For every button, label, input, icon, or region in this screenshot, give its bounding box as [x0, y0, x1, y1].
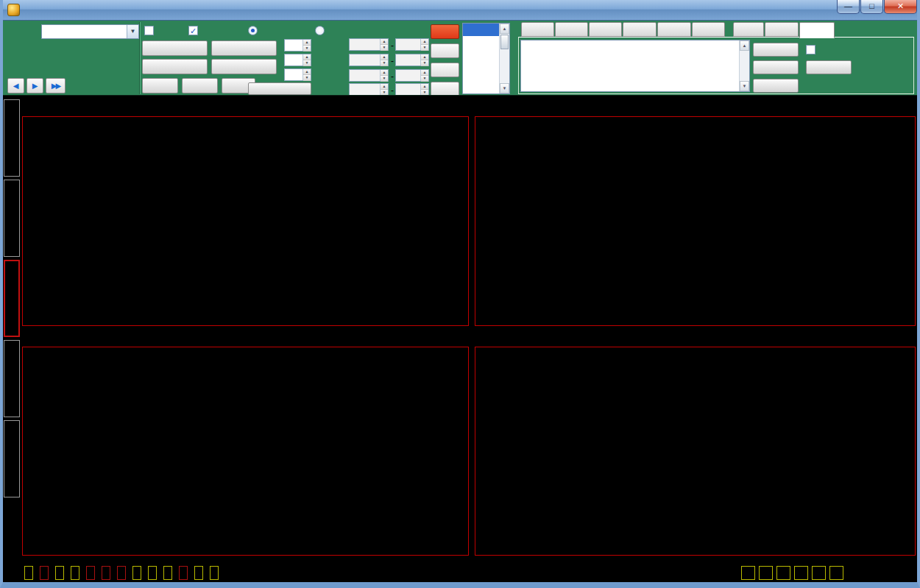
range4-to-stepper[interactable]: ▲▼ [395, 83, 429, 96]
group-select-checkbox[interactable] [806, 45, 815, 54]
parameter-settings-button[interactable] [210, 566, 219, 580]
more-tools-button[interactable] [211, 59, 277, 74]
star3-button[interactable] [431, 43, 459, 58]
auto-number-button[interactable] [142, 59, 208, 74]
tab-dantuo[interactable] [589, 22, 622, 37]
range1-from-stepper[interactable]: ▲▼ [349, 38, 389, 51]
page-4-button[interactable] [794, 566, 808, 580]
number-output-area[interactable]: ▲ ▼ [520, 40, 750, 92]
range1-to-stepper[interactable]: ▲▼ [395, 38, 429, 51]
sidebar-item-omission-map[interactable] [4, 340, 20, 417]
adx-button[interactable] [148, 566, 157, 580]
minimize-button[interactable]: — [837, 0, 860, 14]
spin-down-icon[interactable]: ▼ [303, 46, 311, 52]
next-page-button[interactable]: ▶ [26, 78, 43, 93]
prev-page-button[interactable]: ◀ [7, 78, 24, 93]
ma-button[interactable] [40, 566, 49, 580]
multi-period-radio[interactable] [248, 26, 258, 35]
scroll-down-icon[interactable]: ▼ [740, 81, 749, 91]
last-page-button[interactable]: ▶▶ [46, 78, 66, 93]
list-item-qian2[interactable] [463, 24, 499, 36]
kline-chart-4[interactable] [475, 347, 916, 556]
multi-omit-radio[interactable] [315, 26, 325, 35]
spin-up-icon[interactable]: ▲ [303, 40, 311, 46]
restore-default-button[interactable] [24, 566, 33, 580]
star5-button[interactable] [431, 82, 459, 96]
maximize-button[interactable]: □ [860, 0, 883, 14]
scroll-up-icon[interactable]: ▲ [500, 24, 509, 34]
star2-button[interactable] [431, 24, 459, 39]
sar-button[interactable] [86, 566, 95, 580]
tab-fushi[interactable] [733, 22, 764, 37]
plot-button[interactable] [806, 60, 852, 74]
period1-stepper[interactable]: ▲▼ [284, 39, 311, 52]
page-1-button[interactable] [741, 566, 755, 580]
tab-dingweidan[interactable] [623, 22, 657, 37]
extract-numbers-button[interactable] [829, 566, 843, 580]
list-scrollbar[interactable]: ▲ ▼ [499, 24, 509, 93]
period3-stepper[interactable]: ▲▼ [284, 68, 311, 81]
fake-open-button[interactable] [142, 78, 178, 93]
sidebar-item-frequency-kline[interactable] [4, 99, 20, 177]
spin-down-icon[interactable]: ▼ [303, 75, 311, 81]
close-button[interactable]: ✕ [884, 0, 917, 14]
spin-up-icon[interactable]: ▲ [303, 69, 311, 75]
kdj-button[interactable] [163, 566, 172, 580]
scroll-down-icon[interactable]: ▼ [500, 83, 509, 93]
cci-button[interactable] [132, 566, 141, 580]
list-item-hou2[interactable] [463, 36, 499, 49]
tab-dudan[interactable] [555, 22, 588, 37]
lottery-select[interactable]: ▼ [41, 24, 139, 39]
page-3-button[interactable] [776, 566, 790, 580]
scroll-up-icon[interactable]: ▲ [740, 40, 749, 51]
kline-chart-2[interactable] [475, 116, 916, 326]
fanji-checkbox[interactable] [144, 26, 154, 35]
sync-checkbox[interactable]: ✓ [188, 26, 198, 35]
star4-button[interactable] [431, 63, 459, 77]
tab-longhuhe[interactable] [692, 22, 725, 37]
range3-to-stepper[interactable]: ▲▼ [395, 69, 429, 82]
tab-changyong[interactable] [521, 22, 554, 37]
tab-fenzudan[interactable] [765, 22, 799, 37]
no-indicator-button[interactable] [194, 566, 203, 580]
list-item-wange[interactable] [463, 74, 499, 86]
boll-button[interactable] [102, 566, 110, 580]
apply-button[interactable] [248, 82, 311, 95]
clear-page-button[interactable] [812, 566, 826, 580]
ema-button[interactable] [55, 566, 64, 580]
paste-button[interactable] [753, 60, 799, 74]
range2-from-stepper[interactable]: ▲▼ [349, 54, 389, 66]
clear-button[interactable] [753, 43, 799, 57]
history-numbers-button[interactable] [142, 40, 208, 56]
app-window: — □ ✕ ▼ ◀ ▶ ▶▶ ✓ [0, 0, 920, 588]
fake-hang-button[interactable] [182, 78, 218, 93]
number-output-text[interactable] [521, 40, 739, 91]
range3-from-stepper[interactable]: ▲▼ [349, 69, 389, 82]
range4-from-stepper[interactable]: ▲▼ [349, 83, 389, 96]
spin-down-icon: ▼ [421, 90, 428, 96]
range2-to-stepper[interactable]: ▲▼ [395, 54, 429, 66]
macd-button[interactable] [117, 566, 126, 580]
spin-up-icon[interactable]: ▲ [303, 54, 311, 60]
sidebar-item-appearance-stats[interactable] [4, 420, 20, 497]
tab-budingwei[interactable] [657, 22, 691, 37]
spin-down-icon[interactable]: ▼ [303, 60, 311, 66]
list-item-wanshi[interactable] [463, 61, 499, 74]
dropdown-arrow-icon[interactable]: ▼ [127, 25, 138, 38]
period2-stepper[interactable]: ▲▼ [284, 54, 311, 66]
sidebar-item-multi-period[interactable] [4, 260, 20, 337]
page-2-button[interactable] [759, 566, 773, 580]
list-item-wanbai[interactable] [463, 49, 499, 61]
numbox-scrollbar[interactable]: ▲ ▼ [739, 40, 749, 91]
kline-chart-3[interactable] [22, 347, 469, 556]
range1-dash: - [391, 40, 394, 51]
sidebar-item-omission-kline[interactable] [4, 180, 20, 257]
tab-dadi[interactable] [799, 22, 835, 38]
kline-chart-1[interactable] [22, 116, 469, 326]
indicator-text-button[interactable] [211, 40, 277, 56]
rsi-button[interactable] [179, 566, 188, 580]
multi-bottom-button[interactable] [753, 79, 799, 93]
scroll-thumb[interactable] [500, 35, 509, 49]
bbi-button[interactable] [71, 566, 79, 580]
next-arrow-icon: ▶ [32, 82, 38, 90]
